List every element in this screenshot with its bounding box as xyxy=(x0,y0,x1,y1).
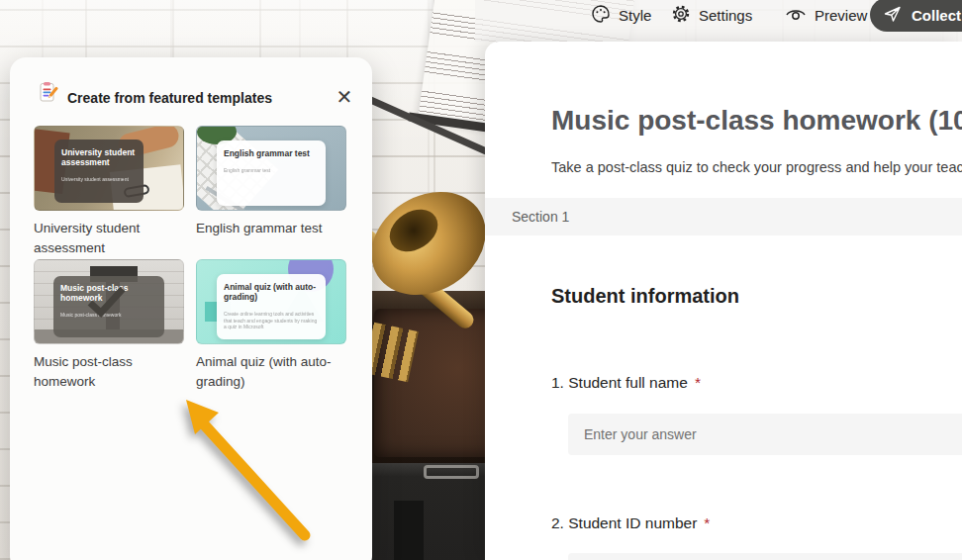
template-thumbnail[interactable]: Animal quiz (with auto-grading) Create o… xyxy=(196,259,346,344)
template-caption: English grammar test xyxy=(196,219,346,238)
collect-label: Collect re xyxy=(912,7,962,24)
section-bar: Section 1 xyxy=(485,198,962,235)
thumb-preview-title: English grammar test xyxy=(224,148,319,158)
template-caption: Music post-class homework xyxy=(34,352,184,391)
palette-icon xyxy=(591,4,611,27)
gear-icon xyxy=(671,4,691,27)
table-leg xyxy=(394,501,424,560)
form-title[interactable]: Music post-class homework (100 xyxy=(551,105,962,137)
form-subtitle[interactable]: Take a post-class quiz to check your pro… xyxy=(551,159,962,175)
thumb-preview-title: University student assessment xyxy=(61,147,137,167)
featured-templates-dialog: Create from featured templates ✕ Univers… xyxy=(10,57,372,560)
style-label: Style xyxy=(619,7,651,24)
settings-label: Settings xyxy=(699,7,752,24)
dialog-title: Create from featured templates xyxy=(67,90,272,106)
send-icon xyxy=(883,4,903,27)
templates-clipboard-icon xyxy=(38,81,59,107)
template-card-music-post-class-homework[interactable]: Music post-class homework Music post-cla… xyxy=(34,259,184,391)
question-label: 2. Student ID number xyxy=(551,514,697,531)
student-full-name-input[interactable] xyxy=(568,414,962,455)
template-card-animal-quiz[interactable]: Animal quiz (with auto-grading) Create o… xyxy=(196,259,346,391)
thumb-preview-subtitle: University student assessment xyxy=(61,176,137,183)
thumb-preview-subtitle: English grammar test xyxy=(224,167,319,174)
style-button[interactable]: Style xyxy=(591,0,651,30)
student-information-heading[interactable]: Student information xyxy=(551,285,739,308)
required-asterisk: * xyxy=(695,374,701,391)
template-thumbnail[interactable]: Music post-class homework Music post-cla… xyxy=(34,259,184,344)
template-thumbnail[interactable]: University student assessment University… xyxy=(34,126,184,211)
thumb-preview-subtitle: Create online learning tools and activit… xyxy=(224,311,319,330)
settings-button[interactable]: Settings xyxy=(671,0,752,30)
selected-check-icon xyxy=(86,286,128,322)
thumb-preview-title: Animal quiz (with auto-grading) xyxy=(224,282,319,302)
form-editor-panel: Music post-class homework (100 Take a po… xyxy=(485,42,962,560)
question-label: 1. Student full name xyxy=(551,374,688,391)
case-handle xyxy=(424,465,479,479)
student-id-number-input[interactable] xyxy=(568,553,962,560)
thumb-form-preview: English grammar test English grammar tes… xyxy=(217,140,326,206)
template-caption: Animal quiz (with auto-grading) xyxy=(196,352,346,391)
question-student-id-number[interactable]: 2. Student ID number* xyxy=(551,514,710,532)
template-thumbnail[interactable]: English grammar test English grammar tes… xyxy=(196,126,346,211)
template-card-english-grammar-test[interactable]: English grammar test English grammar tes… xyxy=(196,126,346,238)
template-card-university-student-assessment[interactable]: University student assessment University… xyxy=(34,126,184,257)
preview-button[interactable]: Preview xyxy=(785,0,867,30)
collect-responses-button[interactable]: Collect re xyxy=(870,0,962,32)
app-window: Music post-class homework (100 Take a po… xyxy=(0,0,962,560)
thumb-form-preview: University student assessment University… xyxy=(54,140,144,203)
thumb-form-preview: Animal quiz (with auto-grading) Create o… xyxy=(217,274,326,339)
close-icon[interactable]: ✕ xyxy=(329,81,360,113)
eye-icon xyxy=(785,4,807,27)
preview-label: Preview xyxy=(815,7,867,24)
required-asterisk: * xyxy=(704,514,710,531)
question-student-full-name[interactable]: 1. Student full name* xyxy=(551,374,701,392)
template-caption: University student assessment xyxy=(34,219,184,257)
section-label: Section 1 xyxy=(512,209,569,225)
